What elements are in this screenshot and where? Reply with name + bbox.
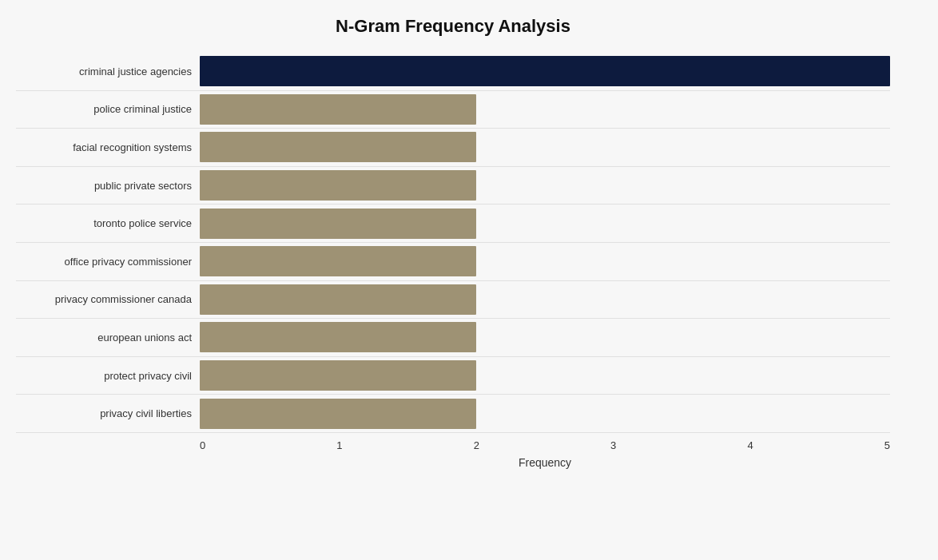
bar-track [200, 167, 890, 205]
bar-row: european unions act [16, 319, 890, 357]
bar-track [200, 281, 890, 319]
chart-area: criminal justice agenciespolice criminal… [16, 53, 890, 469]
bar-label: privacy civil liberties [16, 407, 200, 419]
bar-label: european unions act [16, 332, 200, 344]
bar-track [200, 53, 890, 90]
x-axis-labels: 012345 [200, 439, 890, 451]
bar-row: protect privacy civil [16, 357, 890, 395]
bar [200, 360, 476, 391]
bar-label: police criminal justice [16, 103, 200, 115]
x-tick-label: 0 [200, 439, 205, 451]
bar-label: privacy commissioner canada [16, 293, 200, 305]
bar [200, 132, 476, 162]
chart-container: N-Gram Frequency Analysis criminal justi… [0, 0, 938, 560]
bar-track [200, 243, 890, 280]
chart-title: N-Gram Frequency Analysis [16, 16, 890, 37]
bar-label: public private sectors [16, 180, 200, 192]
bar-label: toronto police service [16, 217, 200, 229]
bar [200, 56, 890, 86]
bar [200, 209, 476, 239]
bar-row: facial recognition systems [16, 129, 890, 167]
bar-row: criminal justice agencies [16, 53, 890, 91]
bar-row: privacy civil liberties [16, 395, 890, 433]
x-tick-label: 5 [884, 439, 890, 451]
bar-row: police criminal justice [16, 91, 890, 129]
bar [200, 399, 476, 429]
bar [200, 170, 476, 201]
bar-row: office privacy commissioner [16, 243, 890, 281]
x-tick-label: 2 [474, 439, 479, 451]
bar-row: privacy commissioner canada [16, 281, 890, 320]
bar-label: facial recognition systems [16, 141, 200, 153]
bar-track [200, 395, 890, 432]
bar [200, 94, 476, 125]
bar-track [200, 319, 890, 356]
x-tick-label: 1 [336, 439, 342, 451]
bar-track [200, 357, 890, 395]
bar-label: protect privacy civil [16, 370, 200, 382]
bar-track [200, 91, 890, 129]
bar-track [200, 205, 890, 242]
bar-track [200, 129, 890, 166]
bars-section: criminal justice agenciespolice criminal… [16, 53, 890, 433]
bar-label: office privacy commissioner [16, 256, 200, 268]
x-tick-label: 4 [747, 439, 753, 451]
x-axis-title: Frequency [200, 456, 890, 469]
bar [200, 246, 476, 276]
x-axis: 012345 [200, 433, 890, 451]
bar [200, 284, 476, 315]
bar [200, 322, 476, 352]
x-tick-label: 3 [610, 439, 616, 451]
bar-row: toronto police service [16, 205, 890, 243]
bar-label: criminal justice agencies [16, 66, 200, 77]
bar-row: public private sectors [16, 167, 890, 205]
